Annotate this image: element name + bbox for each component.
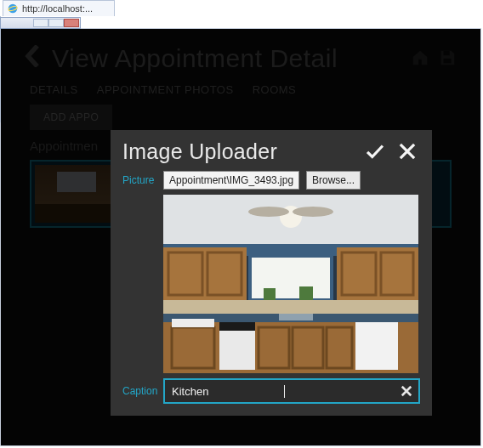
svg-rect-25 <box>355 322 398 370</box>
frame-edge <box>0 16 1 122</box>
window-titlebar <box>0 17 81 29</box>
svg-rect-31 <box>279 314 313 320</box>
modal-header: Image Uploader <box>122 139 420 164</box>
svg-rect-14 <box>163 247 247 300</box>
ie-icon <box>7 3 19 14</box>
picture-row: Picture Browse... <box>122 171 420 190</box>
picture-label: Picture <box>122 174 156 186</box>
caption-input[interactable]: Kitchen <box>172 385 285 398</box>
window-close[interactable] <box>64 19 79 27</box>
svg-rect-17 <box>337 247 418 300</box>
svg-rect-10 <box>250 256 332 300</box>
modal-title: Image Uploader <box>122 139 355 164</box>
svg-point-7 <box>248 207 289 217</box>
picture-path-input[interactable] <box>163 171 299 190</box>
browse-button[interactable]: Browse... <box>306 171 361 190</box>
confirm-button[interactable] <box>362 139 388 164</box>
svg-point-8 <box>293 207 333 217</box>
clear-caption-button[interactable] <box>398 383 415 400</box>
browser-tab[interactable]: http://localhost:... <box>3 0 115 16</box>
svg-rect-20 <box>163 300 418 315</box>
window-maximize[interactable] <box>48 19 64 27</box>
window-minimize[interactable] <box>33 19 48 27</box>
browser-url: http://localhost:... <box>22 3 93 14</box>
svg-rect-13 <box>299 286 313 300</box>
caption-label: Caption <box>122 385 156 397</box>
image-uploader-modal: Image Uploader Picture Browse... <box>111 130 432 416</box>
text-caret <box>284 385 285 398</box>
svg-rect-24 <box>219 322 255 331</box>
svg-rect-30 <box>172 319 214 327</box>
svg-rect-12 <box>264 288 276 300</box>
caption-row: Caption Kitchen <box>122 378 420 404</box>
image-preview <box>163 195 418 373</box>
close-button[interactable] <box>395 139 420 164</box>
caption-input-wrap[interactable]: Kitchen <box>163 378 420 404</box>
